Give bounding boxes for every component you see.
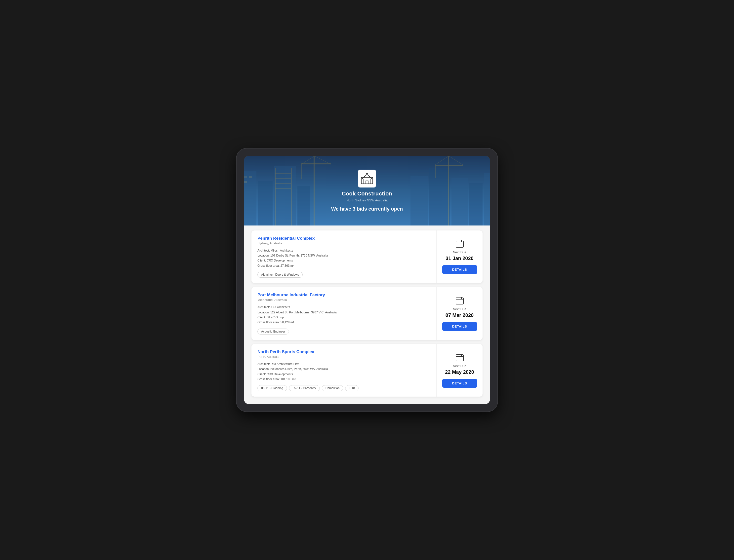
bid-3-title: North Perth Sports Complex: [257, 349, 430, 354]
bid-3-location: Perth, Australia: [257, 355, 430, 359]
bid-1-architect: Architect: Milosh Architects: [257, 248, 430, 253]
svg-line-24: [301, 156, 314, 164]
device-screen: Cook Construction North Sydney NSW Austr…: [244, 156, 490, 404]
bid-3-tag-2: Demolition: [322, 385, 343, 391]
svg-rect-27: [435, 166, 436, 178]
svg-rect-8: [484, 173, 490, 225]
bid-3-location-detail: Location: 20 Moores Drive, Perth, 6006 W…: [257, 367, 430, 372]
bid-3-client: Client: CRX Developments: [257, 372, 430, 377]
svg-rect-1: [258, 181, 272, 225]
bid-2-next-due-date: 07 Mar 2020: [446, 312, 474, 318]
svg-rect-6: [452, 178, 468, 225]
bid-2-client: Client: STXC Group: [257, 315, 430, 320]
bid-1-tags: Aluminum Doors & Windows: [257, 272, 430, 278]
calendar-icon-3: [455, 353, 464, 362]
company-logo: [358, 170, 376, 187]
svg-line-23: [314, 156, 331, 164]
bid-card-2: Port Melbourne Industrial Factory Melbou…: [251, 287, 483, 340]
svg-rect-7: [469, 183, 483, 225]
svg-rect-19: [275, 188, 291, 189]
bid-1-client: Client: CRX Developments: [257, 258, 430, 263]
bid-1-gross-floor: Gross floor area: 27,363 m²: [257, 263, 430, 268]
svg-rect-3: [297, 186, 310, 225]
bid-3-details-button[interactable]: DETAILS: [442, 379, 477, 388]
bid-card-3-main: North Perth Sports Complex Perth, Austra…: [251, 344, 437, 397]
svg-rect-25: [448, 156, 449, 225]
logo-icon: [361, 172, 373, 185]
bid-1-title: Penrith Residential Complex: [257, 236, 430, 241]
bid-2-tags: Acoustic Engineer: [257, 329, 430, 335]
bid-1-tag-0: Aluminum Doors & Windows: [257, 272, 303, 278]
bid-1-next-due-label: Next Due: [453, 250, 466, 254]
bid-3-details: Architect: Rita Architecture Firm Locati…: [257, 362, 430, 382]
company-location: North Sydney NSW Australia: [346, 198, 388, 202]
company-name: Cook Construction: [342, 190, 392, 197]
device-frame: Cook Construction North Sydney NSW Austr…: [236, 149, 498, 412]
bid-2-gross-floor: Gross floor area: 50,128 m²: [257, 320, 430, 325]
svg-rect-5: [429, 168, 450, 225]
svg-rect-18: [275, 183, 291, 184]
bid-card-2-right: Next Due 07 Mar 2020 DETAILS: [437, 287, 483, 340]
svg-rect-43: [456, 355, 464, 361]
bid-3-tags: 06-11 - Cladding 05-11 - Carpentry Demol…: [257, 385, 430, 391]
bid-3-gross-floor: Gross floor area: 101,198 m²: [257, 377, 430, 382]
bid-1-details: Architect: Milosh Architects Location: 1…: [257, 248, 430, 268]
bid-card-3-right: Next Due 22 May 2020 DETAILS: [437, 344, 483, 397]
bid-card-1: Penrith Residential Complex Sydney, Aust…: [251, 230, 483, 283]
hero-content: Cook Construction North Sydney NSW Austr…: [331, 170, 403, 212]
svg-rect-35: [456, 241, 464, 247]
svg-rect-26: [435, 165, 463, 166]
bid-3-architect: Architect: Rita Architecture Firm: [257, 362, 430, 367]
bid-2-title: Port Melbourne Industrial Factory: [257, 293, 430, 298]
bid-2-next-due-label: Next Due: [453, 307, 466, 311]
svg-rect-4: [411, 176, 428, 225]
svg-rect-13: [244, 181, 247, 183]
svg-rect-17: [275, 178, 291, 179]
bids-container: Penrith Residential Complex Sydney, Aust…: [244, 225, 490, 404]
bid-card-2-main: Port Melbourne Industrial Factory Melbou…: [251, 287, 437, 340]
svg-rect-2: [274, 166, 296, 225]
bid-3-tag-1: 05-11 - Carpentry: [289, 385, 320, 391]
svg-rect-15: [291, 168, 292, 225]
svg-rect-10: [244, 176, 247, 178]
bid-2-location: Melbourne, Australia: [257, 298, 430, 302]
svg-rect-21: [301, 163, 331, 164]
svg-line-29: [435, 156, 449, 165]
bid-2-tag-0: Acoustic Engineer: [257, 329, 289, 335]
bid-1-location-detail: Location: 107 Derby St, Penrith, 2750 NS…: [257, 253, 430, 258]
calendar-icon-1: [455, 239, 464, 248]
hero-section: Cook Construction North Sydney NSW Austr…: [244, 156, 490, 225]
bid-2-location-detail: Location: 122 Albert St, Port Melbourne,…: [257, 310, 430, 315]
bid-3-next-due-label: Next Due: [453, 364, 466, 368]
bid-card-1-main: Penrith Residential Complex Sydney, Aust…: [251, 230, 437, 283]
svg-rect-14: [275, 168, 276, 225]
bid-3-tag-0: 06-11 - Cladding: [257, 385, 287, 391]
bid-card-1-right: Next Due 31 Jan 2020 DETAILS: [437, 230, 483, 283]
svg-rect-16: [275, 173, 291, 174]
bid-2-details: Architect: AXA Architects Location: 122 …: [257, 305, 430, 325]
calendar-icon-2: [455, 296, 464, 305]
svg-rect-0: [244, 171, 256, 225]
svg-rect-39: [456, 298, 464, 304]
bid-3-tag-3: + 18: [345, 385, 358, 391]
bid-3-next-due-date: 22 May 2020: [445, 369, 474, 375]
bid-2-details-button[interactable]: DETAILS: [442, 322, 477, 331]
bid-1-details-button[interactable]: DETAILS: [442, 265, 477, 274]
svg-rect-11: [249, 176, 252, 178]
bid-2-architect: Architect: AXA Architects: [257, 305, 430, 310]
bid-card-3: North Perth Sports Complex Perth, Austra…: [251, 344, 483, 397]
hero-tagline: We have 3 bids currently open: [331, 206, 403, 212]
svg-rect-22: [301, 164, 302, 179]
bid-1-next-due-date: 31 Jan 2020: [446, 256, 473, 261]
svg-line-28: [449, 156, 463, 165]
svg-rect-20: [313, 156, 314, 225]
bid-1-location: Sydney, Australia: [257, 241, 430, 245]
